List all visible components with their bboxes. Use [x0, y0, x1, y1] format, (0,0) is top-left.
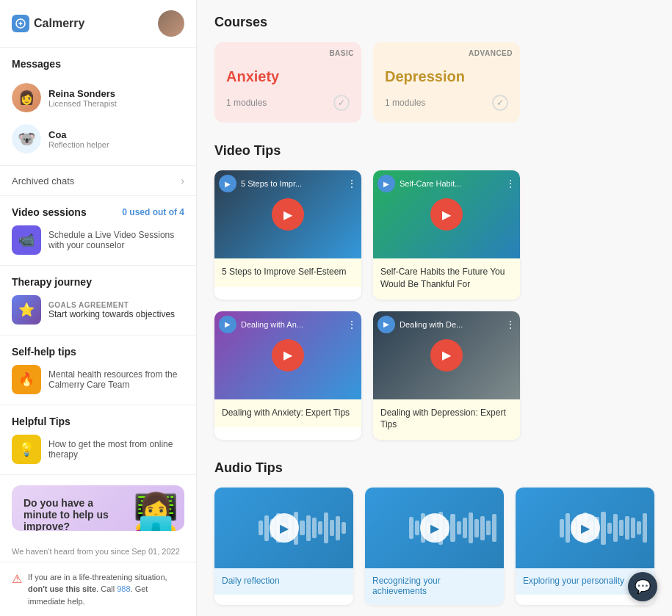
reina-info: Reina Sonders Licensed Therapist [48, 88, 117, 108]
video-title-bar-2: Dealing with An... [241, 320, 342, 329]
youtube-logo-3: ▶ [377, 316, 395, 333]
course-anxiety[interactable]: BASIC Anxiety 1 modules ✓ [214, 42, 361, 123]
youtube-logo-1: ▶ [377, 175, 395, 192]
helpful-tips-icon: 💡 [12, 435, 41, 464]
therapy-item[interactable]: ⭐ GOALS AGREEMENT Start working towards … [12, 295, 184, 325]
play-btn-2: ▶ [272, 339, 304, 372]
video-dots-0: ⋮ [347, 178, 357, 189]
bar [486, 521, 491, 535]
anxiety-check: ✓ [333, 95, 350, 111]
bar [463, 518, 467, 538]
course-depression[interactable]: ADVANCED Depression 1 modules ✓ [373, 42, 520, 123]
video-card-1[interactable]: ▶ Self-Care Habit... ⋮ ▶ Self-Care Habit… [373, 170, 520, 300]
coa-name: Coa [48, 129, 109, 140]
archived-chats-label: Archived chats [12, 175, 74, 186]
video-session-icon: 📹 [12, 225, 41, 255]
contact-coa[interactable]: 🐨 Coa Reflection helper [12, 118, 184, 159]
bar [607, 523, 612, 534]
emergency-phone[interactable]: 988 [117, 584, 130, 593]
bar [300, 521, 304, 535]
video-top-bar-1: ▶ Self-Care Habit... ⋮ [377, 175, 516, 192]
bar [474, 519, 479, 537]
bar [492, 514, 496, 542]
bar [312, 518, 317, 538]
video-thumb-3: ▶ Dealing with De... ⋮ ▶ [373, 311, 520, 399]
archived-chats[interactable]: Archived chats › [0, 165, 196, 196]
depression-modules: 1 modules ✓ [385, 95, 508, 111]
play-btn-1: ▶ [430, 198, 463, 231]
bar [631, 518, 635, 538]
coa-info: Coa Reflection helper [48, 129, 109, 149]
reina-name: Reina Sonders [48, 88, 117, 99]
video-session-item[interactable]: 📹 Schedule a Live Video Sessions with yo… [12, 225, 184, 255]
messages-section: Messages 👩 Reina Sonders Licensed Therap… [0, 48, 196, 165]
video-label-0: 5 Steps to Improve Self-Esteem [214, 258, 361, 287]
audio-tips-grid: ▶ Da [214, 488, 654, 605]
bar [264, 515, 269, 541]
session-count: 0 used out of 4 [122, 207, 184, 217]
depression-name: Depression [385, 68, 508, 85]
messages-title: Messages [12, 58, 184, 70]
reina-role: Licensed Therapist [48, 99, 117, 108]
courses-title: Courses [214, 15, 654, 30]
video-dots-1: ⋮ [505, 178, 516, 189]
therapy-title: Therapy journey [12, 276, 184, 288]
goals-desc: Start working towards objectives [48, 309, 175, 319]
chat-bubble[interactable]: 💬 [628, 572, 657, 601]
video-title-bar-1: Self-Care Habit... [400, 179, 501, 188]
video-tips-grid: ▶ 5 Steps to Impr... ⋮ ▶ 5 Steps to Impr… [214, 170, 654, 440]
audio-thumb-2: ▶ [516, 488, 654, 568]
bar [336, 516, 340, 540]
sessions-total: out of 4 [153, 207, 184, 217]
audio-card-1[interactable]: ▶ Re [365, 488, 504, 605]
main-content: Courses BASIC Anxiety 1 modules ✓ ADVANC… [197, 0, 672, 616]
bar [415, 521, 419, 535]
video-session-desc: Schedule a Live Video Sessions with your… [48, 230, 184, 250]
audio-card-0[interactable]: ▶ Da [214, 488, 353, 605]
contact-reina[interactable]: 👩 Reina Sonders Licensed Therapist [12, 77, 184, 118]
app-name: Calmerry [34, 17, 84, 30]
bar [469, 512, 473, 543]
bar [342, 522, 346, 534]
bar [619, 520, 624, 536]
video-thumb-2: ▶ Dealing with An... ⋮ ▶ [214, 311, 361, 399]
sessions-used: 0 used [122, 207, 150, 217]
bar [643, 513, 647, 543]
anxiety-name: Anxiety [226, 68, 350, 85]
depression-modules-text: 1 modules [385, 98, 425, 108]
bar [566, 513, 570, 543]
courses-grid: BASIC Anxiety 1 modules ✓ ADVANCED Depre… [214, 42, 654, 123]
helpful-tips-desc: How to get the most from online therapy [48, 439, 184, 460]
self-help-section: Self-help tips 🔥 Mental health resources… [0, 336, 196, 405]
logo-icon [12, 15, 29, 32]
therapy-icon: ⭐ [12, 295, 41, 325]
video-card-2[interactable]: ▶ Dealing with An... ⋮ ▶ Dealing with An… [214, 311, 361, 441]
user-avatar-img [158, 10, 184, 37]
bar [601, 512, 605, 545]
video-thumb-1: ▶ Self-Care Habit... ⋮ ▶ [373, 170, 520, 258]
self-help-icon: 🔥 [12, 365, 41, 394]
logo[interactable]: Calmerry [12, 15, 84, 32]
video-sessions-header: Video sessions 0 used out of 4 [12, 206, 184, 218]
audio-play-btn-2: ▶ [571, 513, 600, 543]
video-title-bar-0: 5 Steps to Impr... [241, 179, 342, 188]
video-label-1: Self-Care Habits the Future You Would Be… [373, 258, 520, 300]
video-sessions-title: Video sessions [12, 206, 87, 218]
anxiety-modules: 1 modules ✓ [226, 95, 350, 111]
bar [318, 521, 322, 535]
video-card-3[interactable]: ▶ Dealing with De... ⋮ ▶ Dealing with De… [373, 311, 520, 441]
bar [409, 517, 413, 539]
emergency-text: If you are in a life-threatening situati… [28, 571, 184, 608]
play-btn-3: ▶ [430, 339, 463, 372]
youtube-logo-2: ▶ [219, 316, 236, 333]
video-card-0[interactable]: ▶ 5 Steps to Impr... ⋮ ▶ 5 Steps to Impr… [214, 170, 361, 300]
bar [625, 516, 629, 540]
helpful-tips-item[interactable]: 💡 How to get the most from online therap… [12, 435, 184, 464]
video-top-bar-3: ▶ Dealing with De... ⋮ [377, 316, 516, 333]
sidebar: Calmerry Messages 👩 Reina Sonders Licens… [0, 0, 197, 616]
audio-play-btn-1: ▶ [420, 513, 449, 543]
user-avatar[interactable] [158, 10, 184, 37]
video-dots-3: ⋮ [505, 319, 516, 330]
video-sessions-section: Video sessions 0 used out of 4 📹 Schedul… [0, 196, 196, 266]
self-help-item[interactable]: 🔥 Mental health resources from the Calme… [12, 365, 184, 394]
